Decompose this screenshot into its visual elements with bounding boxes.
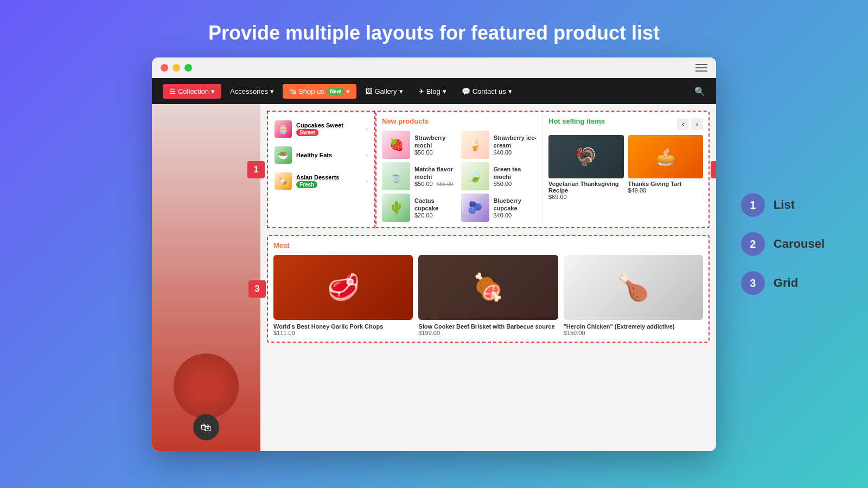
strawberry-mochi-image: 🍓 <box>382 131 410 159</box>
hamburger-menu-icon[interactable] <box>695 64 707 72</box>
pork-image: 🥩 <box>273 255 413 320</box>
chicken-image: 🍗 <box>564 255 703 320</box>
layout-options-panel: 1 List 2 Carousel 3 Grid <box>741 193 825 295</box>
meat-item-name: Slow Cooker Beef Brisket with Barbecue s… <box>418 323 558 330</box>
browser-dots <box>161 64 192 72</box>
product-price: $50.00 <box>414 149 458 156</box>
layout-badge-2: 2 <box>711 161 716 178</box>
next-button[interactable]: › <box>691 118 703 130</box>
product-name: Green tea mochi <box>494 165 537 181</box>
new-products-panel: New products 🍓 Strawberry mochi $50.00 <box>376 112 542 227</box>
dot-green[interactable] <box>184 64 192 72</box>
meat-item-pork[interactable]: 🥩 World's Best Honey Garlic Pork Chops $… <box>273 255 413 336</box>
category-sidebar: 🧁 Cupcakes Sweet Sweet › 🥗 Healthy Eats <box>267 111 375 228</box>
nav-shop-us-label: Shop us <box>298 87 324 95</box>
nav-search[interactable]: 🔍 <box>694 86 705 97</box>
contact-icon: 💬 <box>462 87 470 95</box>
hot-item-price: $69.00 <box>548 194 624 200</box>
meat-item-beef[interactable]: 🍖 Slow Cooker Beef Brisket with Barbecue… <box>418 255 558 336</box>
nav-accessories[interactable]: Accessories ▾ <box>224 84 280 99</box>
browser-window: ☰ Collection ▾ Accessories ▾ 🛍 Shop us N… <box>152 57 716 451</box>
meat-item-name: World's Best Honey Garlic Pork Chops <box>273 323 413 330</box>
nav-blog[interactable]: ✈ Blog ▾ <box>412 84 453 99</box>
hot-selling-grid: 🦃 Vegetarian Thanksgiving Recipe $69.00 … <box>548 135 703 200</box>
product-name: Strawberry ice-cream <box>494 134 537 150</box>
dot-red[interactable] <box>161 64 168 72</box>
chevron-down-icon: ▾ <box>443 87 446 95</box>
prev-button[interactable]: ‹ <box>677 118 689 130</box>
asian-image: 🍡 <box>275 172 292 190</box>
left-sidebar-image: 🛍 <box>152 104 260 451</box>
nav-accessories-label: Accessories <box>230 87 268 95</box>
product-price: $50.00 <box>494 181 537 187</box>
main-content: 1 🧁 Cupcakes Sweet Sweet › <box>260 104 716 451</box>
healthy-image: 🥗 <box>275 146 292 164</box>
chevron-down-icon: ▾ <box>211 87 215 95</box>
blueberry-cupcake-image: 🫐 <box>461 194 489 222</box>
page-title: Provide multiple layouts for featured pr… <box>208 0 660 57</box>
layout-list-label: List <box>774 198 795 212</box>
category-cupcakes-name: Cupcakes Sweet <box>296 122 343 129</box>
layout-carousel-label: Carousel <box>774 237 825 251</box>
shopify-badge: 🛍 <box>193 414 219 440</box>
product-price: $20.00 <box>414 212 458 219</box>
hot-selling-panel: Hot selling items ‹ › 🦃 Vegetarian Thank… <box>543 112 709 227</box>
product-strawberry-mochi[interactable]: 🍓 Strawberry mochi $50.00 <box>382 131 458 159</box>
layout-badge-1: 1 <box>247 161 265 178</box>
chevron-right-icon: › <box>366 126 368 132</box>
layout-grid-option: 3 Grid <box>741 271 825 295</box>
product-cactus-cupcake[interactable]: 🌵 Cactus cupcake $20.00 <box>382 194 458 222</box>
chevron-down-icon: ▾ <box>346 87 350 95</box>
browser-content: 🛍 1 🧁 Cupcakes Sweet Sweet <box>152 104 716 451</box>
meat-title: Meat <box>273 241 703 249</box>
strawberry-icecream-image: 🍦 <box>461 131 489 159</box>
nav-collection-label: Collection <box>178 87 209 95</box>
new-products-title: New products <box>382 117 537 125</box>
chevron-down-icon: ▾ <box>508 87 512 95</box>
product-price: $40.00 <box>494 212 537 219</box>
nav-shop-us[interactable]: 🛍 Shop us New ▾ <box>283 84 356 99</box>
layout-grid-label: Grid <box>774 276 798 290</box>
hot-item-name: Vegetarian Thanksgiving Recipe <box>548 181 624 194</box>
shop-icon: 🛍 <box>289 87 296 95</box>
meat-item-chicken[interactable]: 🍗 "Heroin Chicken" (Extremely addictive)… <box>564 255 703 336</box>
fresh-tag: Fresh <box>296 181 317 188</box>
hot-item-price: $49.00 <box>628 187 704 194</box>
hot-item-name: Thanks Giving Tart <box>628 181 704 187</box>
hot-item-tart[interactable]: 🥧 Thanks Giving Tart $49.00 <box>628 135 704 200</box>
layout-badge-3: 3 <box>248 280 266 298</box>
nav-blog-label: Blog <box>426 87 441 95</box>
hot-selling-title: Hot selling items <box>548 117 605 125</box>
nav-contact[interactable]: 💬 Contact us ▾ <box>455 84 519 99</box>
cupcakes-image: 🧁 <box>275 120 292 138</box>
meat-item-price: $150.00 <box>564 330 703 336</box>
dot-yellow[interactable] <box>173 64 180 72</box>
category-cupcakes[interactable]: 🧁 Cupcakes Sweet Sweet › <box>268 116 374 142</box>
greentea-mochi-image: 🍃 <box>461 162 489 190</box>
new-badge: New <box>327 88 344 95</box>
nav-collection[interactable]: ☰ Collection ▾ <box>163 84 221 99</box>
product-matcha-mochi[interactable]: 🍵 Matcha flavor mochi $50.00 $55.00 <box>382 162 458 190</box>
nav-contact-label: Contact us <box>473 87 506 95</box>
beef-image: 🍖 <box>418 255 558 320</box>
products-hot-section: New products 🍓 Strawberry mochi $50.00 <box>375 111 710 228</box>
new-products-grid: 🍓 Strawberry mochi $50.00 🍦 Strawberry i… <box>382 131 537 222</box>
category-asian-name: Asian Desserts <box>296 174 340 181</box>
hot-item-thanksgiving[interactable]: 🦃 Vegetarian Thanksgiving Recipe $69.00 <box>548 135 624 200</box>
tart-image: 🥧 <box>628 135 704 178</box>
thanksgiving-image: 🦃 <box>548 135 624 178</box>
meat-section-container: 3 Meat 🥩 World's Best Honey Garlic Pork … <box>267 235 710 343</box>
product-blueberry-cupcake[interactable]: 🫐 Blueberry cupcake $40.00 <box>461 194 537 222</box>
nav-gallery[interactable]: 🖼 Gallery ▾ <box>359 84 409 99</box>
product-price: $40.00 <box>494 149 537 156</box>
category-healthy[interactable]: 🥗 Healthy Eats › <box>268 142 374 168</box>
product-name: Matcha flavor mochi <box>414 165 458 181</box>
layout-2-badge: 2 <box>741 232 765 256</box>
product-greentea-mochi[interactable]: 🍃 Green tea mochi $50.00 <box>461 162 537 190</box>
product-strawberry-icecream[interactable]: 🍦 Strawberry ice-cream $40.00 <box>461 131 537 159</box>
chevron-down-icon: ▾ <box>270 87 274 95</box>
chevron-right-icon: › <box>366 178 368 184</box>
meat-item-name: "Heroin Chicken" (Extremely addictive) <box>564 323 703 330</box>
category-asian[interactable]: 🍡 Asian Desserts Fresh › <box>268 168 374 194</box>
meat-item-price: $111.00 <box>273 330 413 336</box>
